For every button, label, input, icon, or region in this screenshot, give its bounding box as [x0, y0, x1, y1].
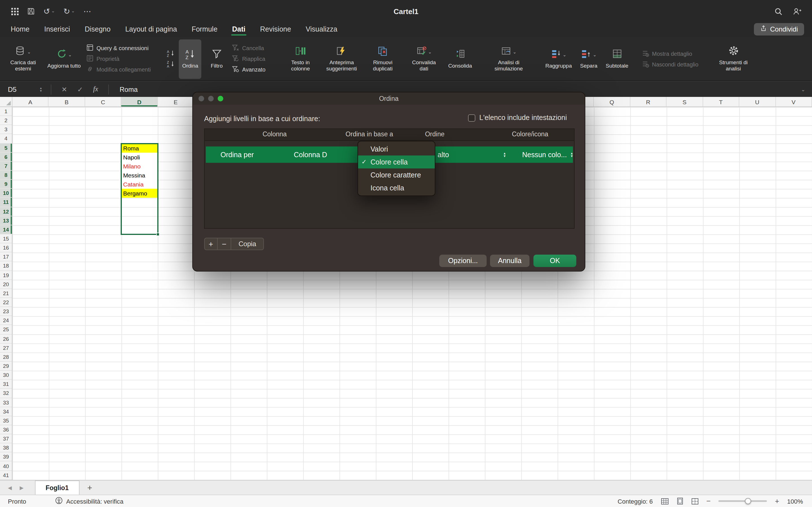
dialog-title-bar[interactable]: Ordina	[193, 93, 585, 105]
col-header-A[interactable]: A	[12, 97, 49, 107]
cell-D7[interactable]: Milano	[121, 162, 158, 171]
row-header-5[interactable]: 5	[0, 144, 12, 152]
prev-sheet-button[interactable]: ◀	[8, 485, 12, 490]
col-header-Q[interactable]: Q	[594, 97, 630, 107]
options-button[interactable]: Opzioni...	[439, 255, 487, 267]
filtro-button[interactable]: Filtro	[206, 39, 228, 78]
row-header-38[interactable]: 38	[0, 443, 12, 452]
minimize-button[interactable]	[208, 96, 214, 101]
insert-function-icon[interactable]: fx	[93, 85, 98, 94]
remove-level-button[interactable]: −	[218, 238, 231, 250]
menu-item-icona-cella[interactable]: Icona cella	[358, 181, 435, 194]
copy-level-button[interactable]: Copia	[231, 238, 264, 250]
add-person-icon[interactable]	[793, 7, 802, 15]
row-header-16[interactable]: 16	[0, 243, 12, 252]
col-header-V[interactable]: V	[776, 97, 812, 107]
row-header-21[interactable]: 21	[0, 289, 12, 298]
tab-formule[interactable]: Formule	[185, 25, 225, 37]
tab-dati[interactable]: Dati	[225, 25, 253, 37]
name-box[interactable]: D5	[0, 86, 40, 93]
row-header-28[interactable]: 28	[0, 353, 12, 362]
col-header-R[interactable]: R	[630, 97, 666, 107]
row-header-23[interactable]: 23	[0, 307, 12, 316]
row-header-34[interactable]: 34	[0, 407, 12, 416]
cancel-entry-icon[interactable]: ✕	[61, 86, 67, 93]
rimuovi-duplicati-button[interactable]: Rimuovi duplicati	[364, 39, 402, 78]
col-header-B[interactable]: B	[49, 97, 85, 107]
row-header-11[interactable]: 11	[0, 198, 12, 207]
aggiorna-tutto-button[interactable]: ⌄ Aggiorna tutto	[46, 39, 82, 78]
mostra-dettaglio-button[interactable]: Mostra dettaglio	[642, 49, 699, 58]
tab-revisione[interactable]: Revisione	[253, 25, 299, 37]
row-header-32[interactable]: 32	[0, 389, 12, 398]
undo-icon[interactable]: ↺⌄	[43, 7, 55, 15]
col-header-C[interactable]: C	[85, 97, 121, 107]
row-header-36[interactable]: 36	[0, 425, 12, 434]
confirm-entry-icon[interactable]: ✓	[77, 86, 83, 93]
cancel-button[interactable]: Annulla	[490, 255, 529, 267]
zoom-slider[interactable]	[719, 500, 767, 502]
close-button[interactable]	[199, 96, 204, 101]
row-header-30[interactable]: 30	[0, 371, 12, 380]
tab-disegno[interactable]: Disegno	[77, 25, 118, 37]
sort-az-button[interactable]: AZ	[167, 49, 175, 58]
row-header-4[interactable]: 4	[0, 134, 12, 144]
save-icon[interactable]	[27, 7, 35, 15]
row-header-27[interactable]: 27	[0, 343, 12, 352]
cell-D8[interactable]: Messina	[121, 171, 158, 180]
add-sheet-button[interactable]: +	[87, 483, 92, 492]
carica-dati-esterni-button[interactable]: ⌄ Carica dati esterni	[4, 39, 42, 78]
row-header-18[interactable]: 18	[0, 262, 12, 271]
raggruppa-button[interactable]: ⌄ Raggruppa	[544, 39, 573, 78]
order-dropdown[interactable]: alto ▲▼	[438, 147, 506, 163]
ellipsis-icon[interactable]: ⋯	[84, 7, 91, 15]
formula-bar-expand-icon[interactable]: ⌄	[801, 87, 805, 92]
page-break-view-icon[interactable]	[691, 498, 698, 504]
strumenti-analisi-button[interactable]: Strumenti di analisi	[715, 39, 752, 78]
ordina-button[interactable]: AZ Ordina	[179, 39, 202, 78]
row-header-40[interactable]: 40	[0, 462, 12, 471]
nascondi-dettaglio-button[interactable]: Nascondi dettaglio	[642, 60, 699, 68]
row-header-3[interactable]: 3	[0, 125, 12, 134]
has-headers-checkbox[interactable]	[468, 114, 475, 121]
testo-in-colonne-button[interactable]: Testo in colonne	[282, 39, 319, 78]
next-sheet-button[interactable]: ▶	[20, 485, 24, 490]
formula-value[interactable]: Roma	[119, 86, 138, 93]
cell-D6[interactable]: Napoli	[121, 152, 158, 161]
convalida-dati-button[interactable]: ⌄ Convalida dati	[405, 39, 443, 78]
col-header-S[interactable]: S	[666, 97, 703, 107]
analisi-simulazione-button[interactable]: ⌄ Analisi di simulazione	[490, 39, 527, 78]
subtotale-button[interactable]: Subtotale	[604, 39, 630, 78]
name-box-stepper[interactable]: ▲▼	[40, 87, 42, 92]
row-header-39[interactable]: 39	[0, 453, 12, 462]
apps-grid-icon[interactable]	[11, 8, 18, 15]
row-header-41[interactable]: 41	[0, 471, 12, 480]
row-header-15[interactable]: 15	[0, 234, 12, 243]
chevron-down-icon[interactable]: ⌄	[71, 9, 75, 13]
row-header-2[interactable]: 2	[0, 116, 12, 125]
zoom-button[interactable]	[218, 96, 223, 101]
tab-visualizza[interactable]: Visualizza	[298, 25, 345, 37]
row-header-6[interactable]: 6	[0, 152, 12, 161]
row-header-20[interactable]: 20	[0, 280, 12, 289]
col-header-U[interactable]: U	[739, 97, 776, 107]
menu-item-colore-cella[interactable]: ✓Colore cella	[358, 156, 435, 168]
row-header-26[interactable]: 26	[0, 334, 12, 343]
row-header-14[interactable]: 14	[0, 225, 12, 234]
sort-za-button[interactable]: ZA	[167, 60, 175, 68]
anteprima-suggerimenti-button[interactable]: Anteprima suggerimenti	[323, 39, 360, 78]
cancella-button[interactable]: Cancella	[232, 44, 266, 52]
ok-button[interactable]: OK	[534, 255, 576, 267]
row-header-31[interactable]: 31	[0, 380, 12, 389]
select-all-corner[interactable]	[0, 97, 12, 107]
cell-D10[interactable]: Bergamo	[121, 189, 158, 198]
col-header-D[interactable]: D	[121, 97, 158, 107]
row-header-22[interactable]: 22	[0, 298, 12, 307]
modifica-collegamenti-button[interactable]: Modifica collegamenti	[86, 65, 151, 74]
tab-layout[interactable]: Layout di pagina	[118, 25, 185, 37]
query-connessioni-button[interactable]: Query & connessioni	[86, 44, 151, 52]
row-header-8[interactable]: 8	[0, 171, 12, 180]
row-header-9[interactable]: 9	[0, 180, 12, 189]
zoom-out-icon[interactable]: −	[706, 497, 711, 505]
row-header-1[interactable]: 1	[0, 107, 12, 116]
